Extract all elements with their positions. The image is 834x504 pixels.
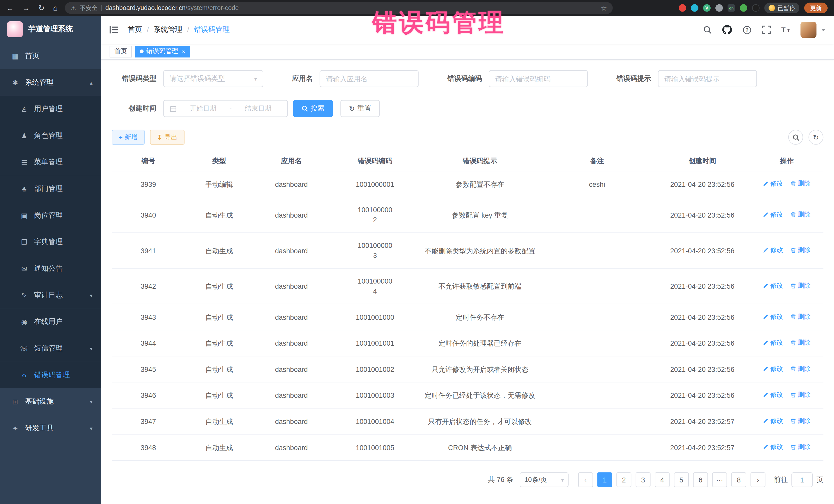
sidebar-fold-icon[interactable] [110, 26, 118, 34]
main-area: 首页 / 系统管理 / 错误码管理 ? [101, 16, 834, 504]
refresh-table-button[interactable]: ↻ [809, 130, 824, 145]
menu-item-icon: ♙ [20, 105, 29, 113]
delete-link[interactable]: 删除 [790, 210, 811, 220]
edit-link-label: 修改 [770, 281, 783, 291]
tab[interactable]: 错误码管理 × [135, 45, 190, 57]
user-avatar[interactable] [800, 22, 816, 38]
sidebar-item[interactable]: ♟ 角色管理 [0, 123, 101, 149]
search-button[interactable]: 搜索 [293, 100, 333, 117]
date-range-picker[interactable]: 开始日期 - 结束日期 [163, 100, 288, 117]
export-button[interactable]: ↧ 导出 [150, 130, 184, 145]
sidebar-item[interactable]: ⊞ 基础设施 ▾ [0, 388, 101, 415]
edit-link[interactable]: 修改 [763, 442, 783, 452]
page-size-select[interactable]: 10条/页 ▾ [520, 473, 569, 487]
sidebar-item[interactable]: ☏ 短信管理 ▾ [0, 335, 101, 362]
edit-link[interactable]: 修改 [763, 338, 783, 348]
page-button[interactable]: 8 [731, 473, 746, 487]
app-name-input[interactable] [320, 70, 419, 87]
toggle-search-button[interactable] [788, 130, 803, 145]
page-button[interactable]: ··· [712, 473, 727, 487]
delete-link[interactable]: 删除 [790, 312, 811, 322]
help-icon[interactable]: ? [741, 24, 752, 35]
delete-link[interactable]: 删除 [790, 245, 811, 255]
table-row: 3946 自动生成 dashboard 1001001003 定时任务已经处于该… [112, 382, 823, 408]
sidebar-item[interactable]: ♣ 部门管理 [0, 176, 101, 202]
back-icon[interactable]: ← [6, 4, 14, 12]
avatar-caret-icon[interactable] [821, 28, 826, 31]
forward-icon[interactable]: → [22, 4, 30, 12]
breadcrumb-system[interactable]: 系统管理 [154, 25, 182, 35]
delete-link[interactable]: 删除 [790, 416, 811, 426]
delete-link-label: 删除 [798, 281, 811, 291]
edit-link[interactable]: 修改 [763, 390, 783, 400]
sidebar-item[interactable]: ✉ 通知公告 [0, 255, 101, 282]
error-code-input[interactable] [489, 70, 588, 87]
page-button[interactable]: 4 [655, 473, 670, 487]
column-header: 备注 [540, 152, 655, 171]
add-button[interactable]: + 新增 [112, 130, 145, 145]
page-button[interactable]: 6 [693, 473, 708, 487]
cell-actions: 修改 删除 [750, 268, 824, 304]
cell-app: dashboard [253, 304, 329, 330]
close-icon[interactable]: × [182, 48, 185, 54]
next-page-button[interactable]: › [751, 473, 766, 487]
font-size-icon[interactable]: TT [781, 24, 791, 35]
page-button[interactable]: 2 [616, 473, 631, 487]
sidebar-item[interactable]: ✱ 系统管理 ▴ [0, 69, 101, 96]
sidebar-item[interactable]: ❐ 字典管理 [0, 229, 101, 255]
extension-red-icon[interactable] [679, 4, 686, 12]
sidebar-item[interactable]: ✎ 审计日志 ▾ [0, 282, 101, 309]
vue-devtools-icon[interactable]: V [703, 4, 710, 12]
edit-link[interactable]: 修改 [763, 364, 783, 374]
sidebar-item[interactable]: ◉ 在线用户 [0, 308, 101, 335]
edit-link[interactable]: 修改 [763, 245, 783, 255]
fullscreen-icon[interactable] [761, 24, 772, 35]
home-icon[interactable]: ⌂ [53, 4, 58, 12]
delete-link[interactable]: 删除 [790, 281, 811, 291]
edit-link[interactable]: 修改 [763, 312, 783, 322]
page-button[interactable]: 3 [636, 473, 651, 487]
prev-page-button[interactable]: ‹ [578, 473, 593, 487]
breadcrumb-home[interactable]: 首页 [128, 25, 142, 35]
github-icon[interactable] [722, 24, 732, 35]
extension-grey-icon[interactable] [716, 4, 723, 12]
sidebar-item[interactable]: ♙ 用户管理 [0, 96, 101, 123]
extension-dark-icon[interactable] [752, 4, 760, 12]
sidebar-item[interactable]: ▣ 岗位管理 [0, 202, 101, 229]
search-button-label: 搜索 [310, 104, 324, 113]
sidebar-item[interactable]: ✦ 研发工具 ▾ [0, 415, 101, 442]
address-bar[interactable]: ⚠ 不安全 dashboard.yudao.iocoder.cn/system/… [65, 2, 613, 14]
table-mini-tools: ↻ [788, 130, 824, 145]
bookmark-star-icon[interactable]: ☆ [601, 4, 607, 12]
goto-page: 前往 页 [774, 473, 824, 487]
extension-on-icon[interactable]: on [727, 4, 735, 12]
edit-link[interactable]: 修改 [763, 210, 783, 220]
edit-link[interactable]: 修改 [763, 179, 783, 189]
edit-link[interactable]: 修改 [763, 416, 783, 426]
delete-link[interactable]: 删除 [790, 179, 811, 189]
sidebar-item[interactable]: ‹› 错误码管理 [0, 361, 101, 388]
extension-teal-icon[interactable] [691, 4, 698, 12]
delete-link[interactable]: 删除 [790, 390, 811, 400]
edit-link[interactable]: 修改 [763, 281, 783, 291]
page-button[interactable]: 5 [674, 473, 689, 487]
search-icon[interactable] [702, 24, 712, 35]
error-type-select[interactable]: 请选择错误码类型 ▾ [163, 70, 263, 87]
reload-icon[interactable]: ↻ [38, 4, 44, 12]
reset-button[interactable]: ↻ 重置 [341, 100, 380, 117]
sidebar-item[interactable]: ☰ 菜单管理 [0, 149, 101, 176]
start-date-placeholder[interactable]: 开始日期 [180, 104, 226, 113]
delete-link[interactable]: 删除 [790, 442, 811, 452]
extension-green-icon[interactable] [740, 4, 747, 12]
paused-badge[interactable]: 已暂停 [764, 3, 799, 13]
goto-page-input[interactable] [791, 473, 813, 487]
logo[interactable]: 芋道管理系统 [0, 16, 101, 43]
delete-link[interactable]: 删除 [790, 338, 811, 348]
tab[interactable]: 首页 [110, 45, 132, 57]
error-message-input[interactable] [658, 70, 757, 87]
sidebar-item[interactable]: ▦ 首页 [0, 43, 101, 69]
end-date-placeholder[interactable]: 结束日期 [235, 104, 281, 113]
delete-link[interactable]: 删除 [790, 364, 811, 374]
update-button[interactable]: 更新 [804, 3, 828, 13]
page-button[interactable]: 1 [597, 473, 612, 487]
